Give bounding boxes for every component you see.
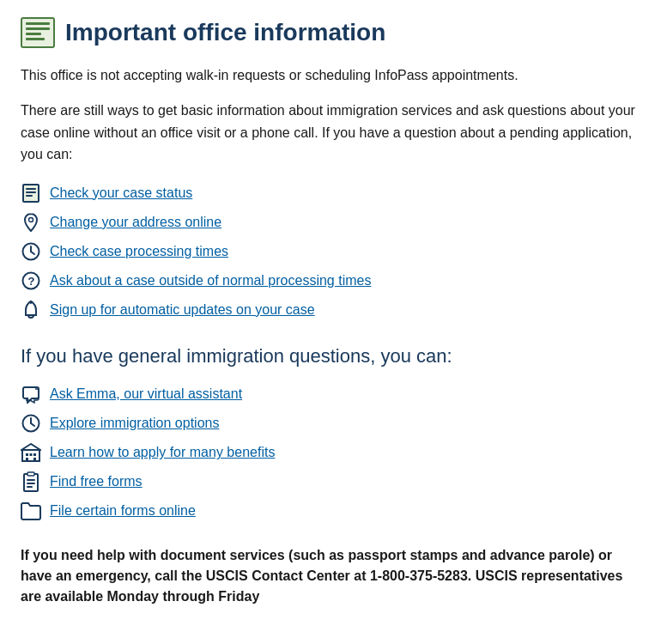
find-forms-link[interactable]: Find free forms: [50, 472, 142, 491]
list-item: Find free forms: [21, 471, 646, 492]
svg-rect-4: [26, 38, 45, 40]
svg-rect-28: [27, 479, 35, 481]
list-item: ? Ask about a case outside of normal pro…: [21, 270, 646, 291]
clock-icon: [21, 241, 41, 262]
building-icon: [21, 442, 41, 463]
svg-rect-8: [26, 195, 33, 197]
svg-rect-23: [33, 453, 36, 456]
list-item: Sign up for automatic updates on your ca…: [21, 300, 646, 320]
svg-rect-27: [27, 472, 34, 476]
list-item: Change your address online: [21, 212, 646, 233]
emergency-text: If you need help with document services …: [21, 545, 646, 607]
svg-rect-24: [26, 458, 28, 461]
svg-rect-3: [26, 33, 41, 35]
svg-text:?: ?: [28, 275, 35, 288]
general-links-list: Ask Emma, our virtual assistant Explore …: [21, 384, 646, 521]
document-icon: [21, 183, 41, 204]
location-icon: [21, 212, 41, 233]
svg-rect-30: [27, 486, 33, 488]
svg-line-12: [31, 252, 34, 254]
change-address-link[interactable]: Change your address online: [50, 213, 221, 232]
svg-rect-25: [33, 458, 36, 461]
question-icon: ?: [21, 270, 41, 291]
page-title: Important office information: [65, 18, 385, 47]
explore-options-link[interactable]: Explore immigration options: [50, 414, 219, 433]
list-item: Check case processing times: [21, 241, 646, 262]
check-processing-times-link[interactable]: Check case processing times: [50, 242, 228, 261]
list-item: File certain forms online: [21, 501, 646, 521]
svg-rect-6: [26, 188, 36, 190]
list-item: Check your case status: [21, 183, 646, 204]
list-item: Explore immigration options: [21, 413, 646, 434]
ask-outside-processing-link[interactable]: Ask about a case outside of normal proce…: [50, 271, 371, 290]
svg-marker-20: [21, 444, 40, 450]
general-section-heading: If you have general immigration question…: [21, 344, 646, 369]
clipboard-icon: [21, 471, 41, 492]
svg-rect-7: [26, 191, 36, 193]
svg-rect-29: [27, 483, 35, 484]
check-case-status-link[interactable]: Check your case status: [50, 184, 192, 203]
svg-rect-22: [30, 453, 33, 456]
bell-icon: [21, 300, 41, 320]
learn-benefits-link[interactable]: Learn how to apply for many benefits: [50, 443, 275, 462]
ask-emma-link[interactable]: Ask Emma, our virtual assistant: [50, 385, 242, 404]
sign-up-updates-link[interactable]: Sign up for automatic updates on your ca…: [50, 301, 315, 319]
page-header: Important office information: [21, 17, 646, 48]
svg-point-9: [29, 217, 33, 222]
explore-clock-icon: [21, 413, 41, 434]
svg-line-18: [31, 423, 34, 426]
list-item: Ask Emma, our virtual assistant: [21, 384, 646, 404]
svg-rect-1: [26, 22, 50, 25]
chat-icon: [21, 384, 41, 404]
intro-paragraph: This office is not accepting walk-in req…: [21, 65, 646, 86]
body-paragraph: There are still ways to get basic inform…: [21, 100, 646, 166]
office-info-icon: [21, 17, 55, 48]
list-item: Learn how to apply for many benefits: [21, 442, 646, 463]
svg-rect-2: [26, 27, 50, 30]
pending-links-list: Check your case status Change your addre…: [21, 183, 646, 320]
file-forms-link[interactable]: File certain forms online: [50, 501, 196, 520]
folder-icon: [21, 501, 41, 521]
svg-rect-21: [26, 453, 28, 456]
